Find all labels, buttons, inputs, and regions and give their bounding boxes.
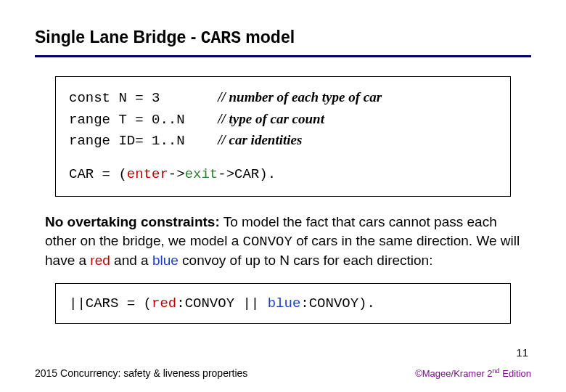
- exit-keyword: exit: [185, 166, 218, 182]
- code-box-2: ||CARS = (red:CONVOY || blue:CONVOY).: [55, 283, 511, 324]
- slide-title: Single Lane Bridge - CARS model: [35, 28, 531, 55]
- para-lead: No overtaking constraints:: [45, 214, 220, 229]
- footer-left: 2015 Concurrency: safety & liveness prop…: [35, 367, 247, 379]
- convoy-mono: CONVOY: [243, 234, 292, 250]
- red-word: red: [90, 253, 110, 268]
- blue-keyword: blue: [268, 295, 301, 311]
- code-box-1: const N = 3 // number of each type of ca…: [55, 76, 511, 197]
- title-text-b: model: [241, 28, 295, 46]
- blue-word: blue: [152, 253, 179, 268]
- page-number: 11: [516, 346, 528, 359]
- enter-keyword: enter: [127, 166, 168, 182]
- code-line-1: const N = 3 // number of each type of ca…: [69, 87, 497, 109]
- title-text-a: Single Lane Bridge -: [35, 28, 201, 46]
- code-line-4: CAR = (enter->exit->CAR).: [69, 165, 497, 185]
- title-mono: CARS: [201, 29, 241, 48]
- body-paragraph: No overtaking constraints: To model the …: [45, 213, 521, 270]
- code-line-2: range T = 0..N // type of car count: [69, 109, 497, 131]
- red-keyword: red: [152, 295, 176, 311]
- code-line-3: range ID= 1..N // car identities: [69, 130, 497, 152]
- footer-right: ©Magee/Kramer 2nd Edition: [415, 367, 531, 379]
- title-rule: [35, 55, 531, 57]
